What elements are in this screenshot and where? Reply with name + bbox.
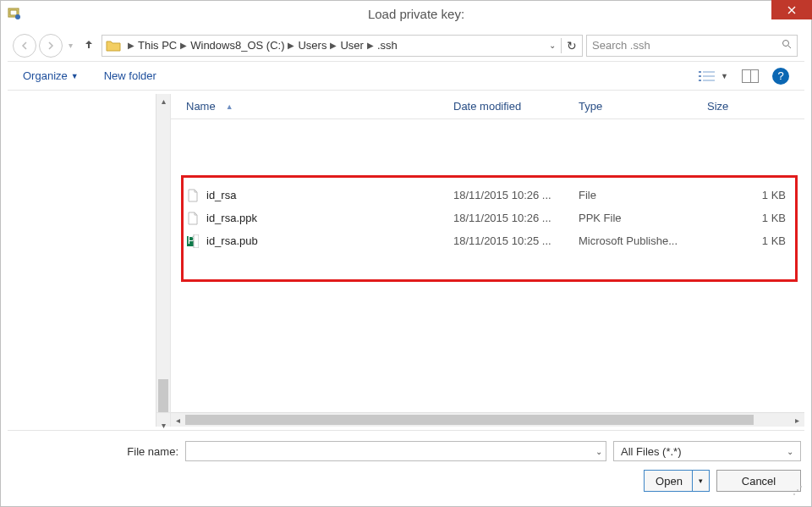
column-date[interactable]: Date modified [453,100,579,113]
navigation-pane[interactable]: ▴ ▾ [8,94,170,427]
filename-input[interactable]: ⌄ [185,441,606,461]
toolbar: Organize ▼ New folder ▼ ? [8,62,804,91]
cancel-button[interactable]: Cancel [716,470,801,492]
file-row[interactable]: P id_rsa.pub 18/11/2015 10:25 ... Micros… [171,229,804,252]
recent-dropdown-icon[interactable]: ▾ [69,41,73,50]
open-split-dropdown[interactable]: ▾ [692,471,709,491]
address-bar[interactable]: ▶ This PC ▶ Windows8_OS (C:) ▶ Users ▶ U… [102,35,583,57]
file-type: File [579,189,707,201]
refresh-button[interactable]: ↻ [567,39,577,52]
main-area: ▴ ▾ Name ▲ Date modified Type Size [8,94,804,427]
scroll-down-icon[interactable]: ▾ [156,412,170,427]
file-date: 18/11/2015 10:26 ... [453,189,579,201]
chevron-right-icon: ▶ [128,41,134,50]
file-type-filter[interactable]: All Files (*.*) ⌄ [613,441,801,461]
address-dropdown-icon[interactable]: ⌄ [549,41,556,50]
chevron-right-icon: ▶ [367,41,374,50]
scroll-thumb[interactable] [185,415,754,425]
svg-point-3 [783,41,789,47]
horizontal-scrollbar[interactable]: ◂ ▸ [171,412,804,427]
resize-grip-icon[interactable]: ⋰ [793,488,803,498]
organize-button[interactable]: Organize ▼ [23,69,79,82]
file-row[interactable]: id_rsa.ppk 18/11/2015 10:26 ... PPK File… [171,207,804,229]
chevron-right-icon: ▶ [288,41,294,50]
file-size: 1 KB [707,212,804,224]
back-button[interactable] [13,34,36,58]
search-placeholder: Search .ssh [592,39,782,52]
svg-rect-9 [703,80,715,81]
search-icon [782,39,792,52]
sidebar-scrollbar[interactable]: ▴ ▾ [156,94,170,427]
file-type: Microsoft Publishe... [579,234,707,247]
svg-rect-1 [10,10,17,15]
file-open-dialog: Load private key: ▾ ▶ This PC ▶ Windows8… [0,0,812,507]
dialog-title: Load private key: [21,7,811,21]
chevron-down-icon: ⌄ [787,447,793,456]
sort-ascending-icon: ▲ [226,102,233,111]
breadcrumb-item[interactable]: .ssh [377,39,398,52]
file-size: 1 KB [707,189,804,201]
file-row[interactable]: id_rsa 18/11/2015 10:26 ... File 1 KB [171,184,804,207]
svg-rect-4 [699,71,701,73]
new-folder-button[interactable]: New folder [104,69,156,82]
help-button[interactable]: ? [772,68,789,85]
breadcrumb-item[interactable]: Users [298,39,326,52]
file-type: PPK File [579,212,707,224]
forward-button[interactable] [39,34,63,58]
svg-point-2 [15,14,20,19]
scroll-up-icon[interactable]: ▴ [156,94,170,108]
close-button[interactable] [771,0,812,19]
scroll-right-icon[interactable]: ▸ [790,416,804,425]
publisher-file-icon: P [186,234,200,248]
column-type[interactable]: Type [579,100,707,113]
scroll-thumb[interactable] [158,379,168,412]
filename-label: File name: [8,445,185,458]
svg-rect-8 [699,80,701,81]
scroll-left-icon[interactable]: ◂ [171,416,185,425]
file-icon [186,212,200,225]
breadcrumb-item[interactable]: Windows8_OS (C:) [190,39,284,52]
up-button[interactable] [83,38,95,53]
chevron-down-icon: ▼ [71,72,79,80]
chevron-down-icon: ▼ [721,72,728,80]
search-input[interactable]: Search .ssh [586,35,798,57]
title-bar: Load private key: [1,1,811,26]
folder-icon [106,38,121,53]
column-size[interactable]: Size [707,100,804,113]
column-name[interactable]: Name ▲ [186,100,453,113]
chevron-right-icon: ▶ [180,41,187,50]
column-headers: Name ▲ Date modified Type Size [171,94,804,119]
file-size: 1 KB [707,234,804,247]
file-date: 18/11/2015 10:26 ... [453,212,579,224]
file-name: id_rsa [206,189,453,201]
nav-bar: ▾ ▶ This PC ▶ Windows8_OS (C:) ▶ Users ▶… [8,30,804,62]
preview-pane-button[interactable] [742,69,759,83]
file-date: 18/11/2015 10:25 ... [453,234,579,247]
app-icon [8,7,21,20]
bottom-panel: File name: ⌄ All Files (*.*) ⌄ Open ▾ Ca… [8,430,804,499]
svg-rect-5 [703,71,715,73]
open-button[interactable]: Open ▾ [644,470,710,492]
file-name: id_rsa.ppk [206,212,453,224]
chevron-right-icon: ▶ [330,41,337,50]
view-options-button[interactable]: ▼ [699,70,728,82]
file-list: id_rsa 18/11/2015 10:26 ... File 1 KB id… [171,119,804,412]
svg-rect-12 [194,234,199,248]
filename-dropdown-icon[interactable]: ⌄ [595,447,602,456]
svg-rect-7 [703,75,715,77]
svg-rect-6 [699,75,701,77]
file-name: id_rsa.pub [206,234,453,247]
file-list-pane: Name ▲ Date modified Type Size id_rsa 18… [170,94,804,427]
breadcrumb-item[interactable]: User [340,39,363,52]
file-icon [186,189,200,202]
breadcrumb-item[interactable]: This PC [138,39,177,52]
